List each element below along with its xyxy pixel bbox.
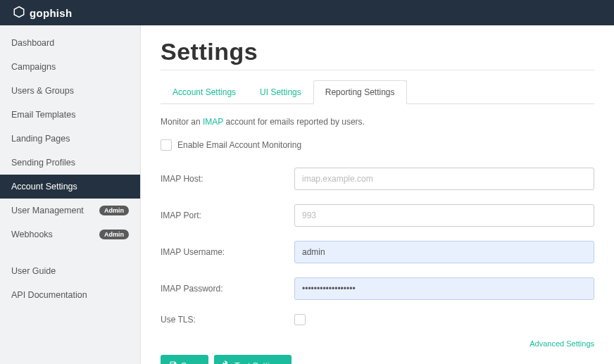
imap-link[interactable]: IMAP: [203, 117, 223, 127]
imap-password-input[interactable]: [294, 277, 594, 300]
sidebar-item-email-templates[interactable]: Email Templates: [0, 103, 140, 127]
sidebar-item-dashboard[interactable]: Dashboard: [0, 31, 140, 55]
sidebar-item-users-groups[interactable]: Users & Groups: [0, 79, 140, 103]
tab-account-settings[interactable]: Account Settings: [161, 80, 248, 104]
save-icon: [169, 360, 177, 364]
sidebar-item-webhooks[interactable]: Webhooks Admin: [0, 222, 140, 246]
sidebar-item-label: Email Templates: [11, 110, 75, 120]
sidebar-item-label: Dashboard: [11, 38, 54, 48]
button-row: Save Test Settings: [161, 355, 594, 364]
title-divider: [161, 70, 594, 70]
sidebar-item-api-documentation[interactable]: API Documentation: [0, 283, 140, 307]
enable-monitoring-row: Enable Email Account Monitoring: [161, 139, 594, 151]
imap-host-label: IMAP Host:: [161, 174, 294, 184]
sidebar-item-label: Users & Groups: [11, 86, 74, 96]
save-button-label: Save: [181, 361, 200, 365]
sidebar-item-label: User Management: [11, 206, 84, 215]
sidebar-item-user-management[interactable]: User Management Admin: [0, 199, 140, 222]
sidebar-item-account-settings[interactable]: Account Settings: [0, 175, 140, 199]
sidebar-item-label: Landing Pages: [11, 134, 70, 144]
imap-username-row: IMAP Username:: [161, 241, 594, 263]
use-tls-row: Use TLS:: [161, 314, 594, 325]
wrench-icon: [223, 360, 231, 364]
logo-icon: [13, 6, 25, 20]
tabs: Account Settings UI Settings Reporting S…: [161, 80, 594, 104]
imap-username-label: IMAP Username:: [161, 247, 294, 257]
imap-username-input[interactable]: [294, 241, 594, 263]
enable-monitoring-checkbox[interactable]: [161, 139, 172, 151]
enable-monitoring-label: Enable Email Account Monitoring: [177, 140, 301, 150]
admin-badge: Admin: [99, 230, 129, 239]
imap-host-row: IMAP Host:: [161, 168, 594, 190]
svg-marker-0: [14, 6, 24, 17]
sidebar-item-label: Campaigns: [11, 62, 56, 72]
help-text: Monitor an IMAP account for emails repor…: [161, 117, 594, 127]
advanced-settings-link[interactable]: Advanced Settings: [530, 339, 594, 348]
imap-port-input[interactable]: [294, 204, 594, 227]
sidebar-item-user-guide[interactable]: User Guide: [0, 259, 140, 283]
save-button[interactable]: Save: [161, 355, 208, 364]
imap-port-row: IMAP Port:: [161, 204, 594, 227]
use-tls-checkbox[interactable]: [294, 314, 306, 325]
sidebar-item-sending-profiles[interactable]: Sending Profiles: [0, 151, 140, 175]
main-content: Settings Account Settings UI Settings Re…: [141, 25, 614, 364]
use-tls-label: Use TLS:: [161, 315, 294, 325]
sidebar-item-label: API Documentation: [11, 290, 87, 300]
tab-ui-settings[interactable]: UI Settings: [248, 80, 313, 104]
brand-text: gophish: [30, 7, 72, 19]
imap-port-label: IMAP Port:: [161, 211, 294, 220]
page-title: Settings: [161, 38, 594, 65]
sidebar-item-campaigns[interactable]: Campaigns: [0, 55, 140, 79]
test-settings-button[interactable]: Test Settings: [214, 355, 292, 364]
advanced-settings-row: Advanced Settings: [161, 339, 594, 348]
sidebar-item-label: User Guide: [11, 266, 56, 276]
test-button-label: Test Settings: [234, 361, 283, 365]
sidebar-item-label: Account Settings: [11, 182, 77, 192]
topbar: gophish: [0, 0, 614, 25]
sidebar-item-landing-pages[interactable]: Landing Pages: [0, 127, 140, 151]
brand[interactable]: gophish: [13, 6, 72, 20]
tab-reporting-settings[interactable]: Reporting Settings: [313, 80, 407, 104]
admin-badge: Admin: [99, 206, 129, 215]
sidebar-item-label: Sending Profiles: [11, 158, 75, 168]
imap-password-row: IMAP Password:: [161, 277, 594, 300]
sidebar-item-label: Webhooks: [11, 230, 53, 239]
imap-host-input[interactable]: [294, 168, 594, 190]
sidebar: Dashboard Campaigns Users & Groups Email…: [0, 25, 141, 364]
imap-password-label: IMAP Password:: [161, 284, 294, 294]
